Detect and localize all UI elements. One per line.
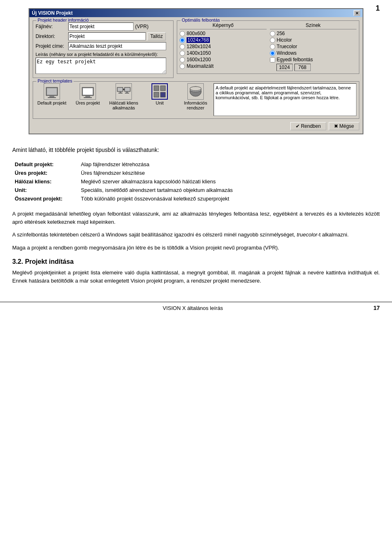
res-800-label: 800x600 [187, 31, 205, 36]
svg-rect-14 [120, 91, 121, 93]
res-1280-radio[interactable] [180, 44, 185, 49]
para-2-italic: truecolor [297, 232, 318, 238]
svg-rect-18 [154, 86, 159, 91]
template-network[interactable]: Hálózati kliens alkalmazás [107, 83, 140, 110]
project-title-input[interactable] [68, 42, 166, 50]
project-type-row-4: Unit: Speciális, ismétlődő alrendszert t… [13, 186, 379, 194]
section-heading: 3.2. Projekt indítása [12, 258, 380, 265]
color-256-radio[interactable] [270, 31, 275, 36]
project-type-name-4: Unit: [13, 186, 78, 194]
res-1400-row: 1400x1050 [180, 50, 267, 56]
header-group-title: Projekt header információ [36, 18, 90, 22]
dialog-body: Projekt header információ Fájlnév: (VPR)… [29, 17, 363, 134]
color-windows-label: Windows [277, 50, 297, 56]
project-type-name-3: Hálózai kliens: [13, 178, 78, 185]
res-1600-radio[interactable] [180, 57, 185, 62]
filename-row: Fájlnév: (VPR) [36, 22, 171, 31]
project-type-name-2: Üres projekt: [13, 169, 78, 177]
filename-input[interactable] [68, 22, 134, 31]
res-max-label: Maximalizált [187, 63, 214, 69]
filename-label: Fájlnév: [36, 24, 68, 29]
resolution-columns: Képernyő 800x600 1024x768 [180, 22, 356, 71]
res-1280-label: 1280x1024 [187, 44, 211, 49]
egyedi-checkbox[interactable] [270, 57, 275, 62]
project-title-label: Projekt címe: [36, 43, 68, 49]
project-type-desc-4: Speciális, ismétlődő alrendszert tartalm… [79, 186, 379, 194]
res-max-radio[interactable] [180, 64, 185, 69]
svg-rect-7 [84, 97, 92, 98]
templates-group: Project templates Default [33, 81, 359, 119]
template-unit[interactable]: Unit [143, 83, 176, 110]
dialog-title: Új VISION Projekt [32, 10, 73, 16]
template-description: A default projekt az alapértelmezett fáj… [214, 83, 356, 116]
directory-label: Direktori: [36, 33, 68, 39]
browse-button[interactable]: Tallóz [147, 32, 166, 40]
egyedi-height-input[interactable] [294, 64, 311, 71]
res-1400-radio[interactable] [180, 51, 185, 56]
dialog-two-col: Projekt header információ Fájlnév: (VPR)… [33, 20, 359, 81]
res-1024-label: 1024x768 [187, 37, 210, 43]
template-info-label: Információs rendszer [179, 100, 212, 110]
dialog-window: Új VISION Projekt ✕ Projekt header infor… [29, 8, 363, 134]
header-group: Projekt header információ Fájlnév: (VPR)… [33, 20, 174, 78]
para-2: A színfelbontás tekintetében célszerű a … [12, 231, 380, 239]
svg-rect-5 [83, 88, 93, 95]
svg-rect-19 [160, 86, 165, 91]
template-empty[interactable]: Üres projekt [71, 83, 104, 110]
filename-suffix: (VPR) [135, 24, 149, 29]
description-label: Leírás (néhány sor a projekt feladatáról… [36, 52, 171, 57]
template-empty-icon [80, 83, 96, 100]
intro-text: Amint látható, itt többféle projekt tipu… [12, 147, 380, 153]
res-1024-radio[interactable] [180, 38, 185, 43]
svg-rect-1 [47, 88, 57, 95]
template-network-label: Hálózati kliens alkalmazás [107, 100, 140, 110]
svg-point-24 [190, 87, 201, 91]
res-800-row: 800x600 [180, 31, 267, 36]
project-type-desc-5: Több különálló projekt összevonásával ke… [79, 195, 379, 203]
res-1600-label: 1600x1200 [187, 57, 211, 62]
egyedi-inputs-row [276, 64, 357, 71]
description-input[interactable]: Ez egy teszt projekt [36, 58, 166, 74]
para-2-after: -t alkalmazni. [317, 232, 349, 238]
template-empty-label: Üres projekt [76, 100, 100, 105]
color-256-row: 256 [270, 31, 357, 36]
cancel-button[interactable]: ✖ Mégse [329, 122, 359, 130]
color-windows-radio[interactable] [270, 51, 275, 56]
egyedi-width-input[interactable] [276, 64, 293, 71]
template-default-label: Default projekt [38, 100, 67, 105]
project-type-desc-2: Üres fájlrendszer készítése [79, 169, 379, 177]
project-type-row-2: Üres projekt: Üres fájlrendszer készítés… [13, 169, 379, 177]
para-3: Maga a projekt a rendben gomb megnyomásá… [12, 244, 380, 252]
main-content: Amint látható, itt többféle projekt tipu… [0, 143, 392, 294]
color-hicolor-radio[interactable] [270, 38, 275, 43]
project-type-name-5: Összevont projekt: [13, 195, 78, 203]
ok-button[interactable]: ✔ Rendben [290, 122, 326, 130]
para-1: A projekt megadásánál lehetőleg olyan fe… [12, 210, 380, 226]
project-type-desc-1: Alap fájlrendszer létrehozása [79, 160, 379, 168]
color-truecolor-radio[interactable] [270, 44, 275, 49]
template-default[interactable]: Default projekt [36, 83, 68, 110]
project-type-desc-3: Meglévő szerver alkalmazásra kapcsolódó … [79, 178, 379, 185]
close-button[interactable]: ✕ [354, 10, 360, 16]
color-hicolor-row: Hicolor [270, 37, 357, 43]
egyedi-checkbox-row: Egyedi felbontás [270, 57, 357, 62]
directory-input[interactable] [68, 32, 146, 40]
section-number: 3.2. [12, 258, 23, 265]
res-1400-label: 1400x1050 [187, 50, 211, 56]
project-type-row-3: Hálózai kliens: Meglévő szerver alkalmaz… [13, 178, 379, 185]
dialog-buttons: ✔ Rendben ✖ Mégse [33, 122, 359, 130]
svg-rect-11 [125, 88, 130, 91]
res-1024-row: 1024x768 [180, 37, 267, 43]
color-hicolor-label: Hicolor [277, 37, 292, 43]
svg-rect-21 [160, 92, 165, 97]
svg-rect-20 [154, 92, 159, 97]
res-1280-row: 1280x1024 [180, 44, 267, 49]
res-800-radio[interactable] [180, 31, 185, 36]
templates-area: Default projekt Üres projekt [36, 83, 356, 116]
color-256-label: 256 [277, 31, 285, 36]
svg-rect-16 [118, 93, 122, 94]
color-windows-row: Windows [270, 50, 357, 56]
template-network-icon [116, 83, 132, 100]
resolution-group-title: Optimális felbontás [180, 18, 221, 22]
template-info[interactable]: Információs rendszer [179, 83, 212, 110]
